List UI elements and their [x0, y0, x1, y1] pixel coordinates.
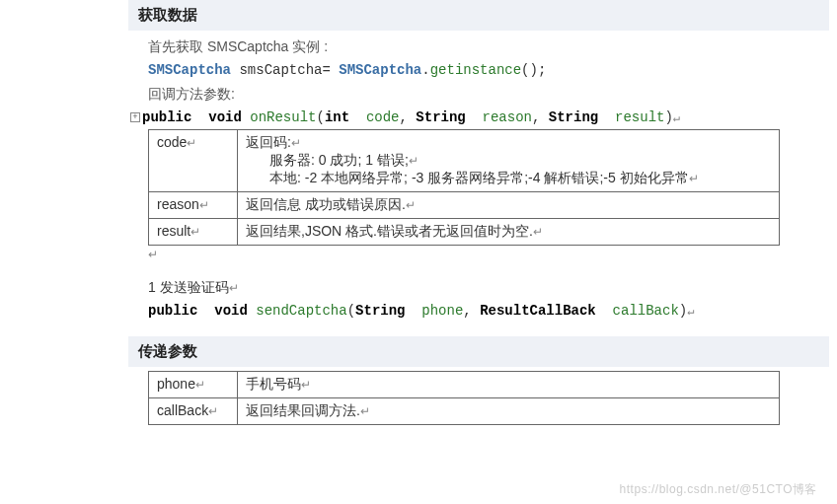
kw-void-2: void — [214, 303, 248, 319]
section-header-pass-params: 传递参数 — [128, 336, 829, 367]
param-code: code — [366, 109, 400, 125]
cell-val-reason: 返回信息 成功或错误原因.↵ — [238, 192, 780, 219]
type-int: int — [325, 109, 349, 125]
method-sendcaptcha: sendCaptcha — [256, 303, 346, 319]
table-row: reason↵ 返回信息 成功或错误原因.↵ — [149, 192, 780, 219]
type-resultcallback: ResultCallBack — [480, 303, 596, 319]
kw-void: void — [208, 109, 242, 125]
intro-text: 首先获取 SMSCaptcha 实例 : — [148, 38, 817, 56]
type-smscaptcha: SMSCaptcha — [148, 62, 231, 78]
kw-public: public — [142, 109, 191, 125]
expand-icon[interactable]: + — [130, 112, 140, 122]
method-getinstance[interactable]: getinstance — [430, 62, 521, 78]
onresult-params-table: code↵ 返回码:↵ 服务器: 0 成功; 1 错误;↵ 本地: -2 本地网… — [148, 129, 780, 246]
type-string-3: String — [355, 303, 405, 319]
cell-key-code: code↵ — [149, 130, 238, 192]
code-getinstance: SMSCaptcha smsCaptcha= SMSCaptcha.getins… — [148, 62, 817, 78]
section-title: 获取数据 — [138, 6, 197, 23]
section-header-get-data: 获取数据 — [128, 0, 829, 31]
section-title-2: 传递参数 — [138, 342, 197, 359]
kw-public-2: public — [148, 303, 197, 319]
cell-key-callback: callBack↵ — [149, 398, 238, 425]
var-smscaptcha: smsCaptcha — [239, 62, 322, 78]
table-row: phone↵ 手机号码↵ — [149, 372, 780, 398]
signature-sendcaptcha: public void sendCaptcha(String phone, Re… — [148, 303, 817, 319]
type-string-1: String — [416, 109, 465, 125]
cell-key-result: result↵ — [149, 219, 238, 246]
method-onresult: onResult — [250, 109, 316, 125]
type-smscaptcha-2: SMSCaptcha — [339, 62, 421, 78]
table-row: callBack↵ 返回结果回调方法.↵ — [149, 398, 780, 425]
section-title-send-code: 1 发送验证码↵ — [148, 279, 817, 297]
sendcaptcha-params-table: phone↵ 手机号码↵ callBack↵ 返回结果回调方法.↵ — [148, 371, 780, 425]
cell-val-code: 返回码:↵ 服务器: 0 成功; 1 错误;↵ 本地: -2 本地网络异常; -… — [238, 130, 780, 192]
table-row: result↵ 返回结果,JSON 格式.错误或者无返回值时为空.↵ — [149, 219, 780, 246]
watermark: https://blog.csdn.net/@51CTO博客 — [620, 481, 817, 498]
param-reason: reason — [483, 109, 532, 125]
table-row: code↵ 返回码:↵ 服务器: 0 成功; 1 错误;↵ 本地: -2 本地网… — [149, 130, 780, 192]
content-block-3: phone↵ 手机号码↵ callBack↵ 返回结果回调方法.↵ — [148, 371, 817, 425]
param-phone: phone — [421, 303, 463, 319]
type-string-2: String — [549, 109, 598, 125]
cell-val-phone: 手机号码↵ — [238, 372, 780, 398]
content-block-1: 首先获取 SMSCaptcha 实例 : SMSCaptcha smsCaptc… — [148, 38, 817, 319]
cell-val-result: 返回结果,JSON 格式.错误或者无返回值时为空.↵ — [238, 219, 780, 246]
signature-onresult: +public void onResult(int code, String r… — [148, 109, 817, 125]
cell-val-callback: 返回结果回调方法.↵ — [238, 398, 780, 425]
callback-params-label: 回调方法参数: — [148, 86, 817, 104]
param-callback: callBack — [613, 303, 679, 319]
param-result: result — [615, 109, 664, 125]
cell-key-reason: reason↵ — [149, 192, 238, 219]
cell-key-phone: phone↵ — [149, 372, 238, 398]
